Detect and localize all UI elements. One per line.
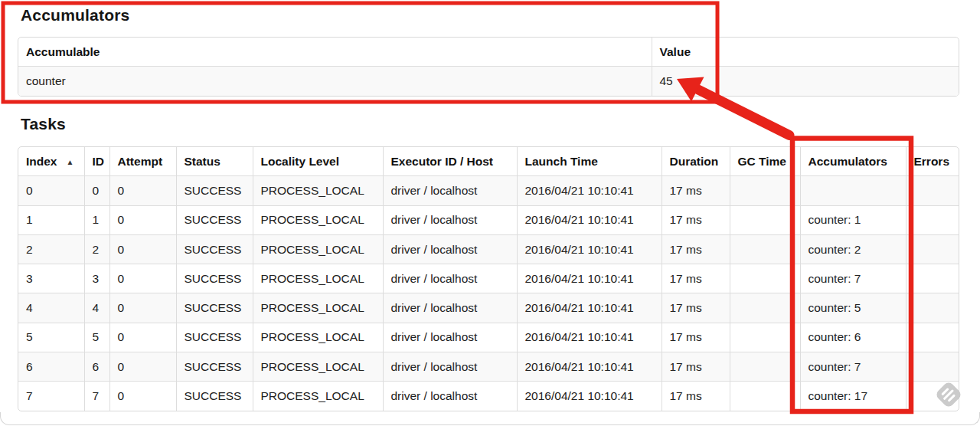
column-header-duration[interactable]: Duration — [662, 147, 730, 176]
task-row: 660SUCCESSPROCESS_LOCALdriver / localhos… — [18, 352, 959, 382]
task-cell-errors — [906, 205, 959, 234]
task-cell-accumulators: counter: 5 — [800, 293, 906, 323]
task-cell-index: 7 — [18, 382, 84, 411]
task-cell-accumulators: counter: 17 — [800, 382, 906, 411]
task-cell-status: SUCCESS — [176, 205, 253, 234]
accumulable-value-cell: 45 — [652, 67, 959, 96]
task-cell-gc-time — [730, 352, 800, 382]
task-cell-duration: 17 ms — [662, 293, 730, 323]
task-cell-attempt: 0 — [109, 264, 176, 293]
task-cell-errors — [906, 176, 959, 205]
task-cell-gc-time — [730, 293, 800, 323]
column-header-errors[interactable]: Errors — [906, 147, 959, 176]
task-cell-status: SUCCESS — [176, 293, 253, 323]
task-cell-locality-level: PROCESS_LOCAL — [253, 176, 383, 205]
task-cell-launch-time: 2016/04/21 10:10:41 — [517, 176, 662, 205]
task-cell-index: 1 — [18, 205, 84, 234]
task-cell-duration: 17 ms — [662, 264, 730, 293]
task-cell-launch-time: 2016/04/21 10:10:41 — [517, 352, 662, 382]
column-header-executor-id-host[interactable]: Executor ID / Host — [383, 147, 517, 176]
column-header-accumulable[interactable]: Accumulable — [18, 38, 652, 67]
task-cell-duration: 17 ms — [662, 176, 730, 205]
task-cell-launch-time: 2016/04/21 10:10:41 — [517, 382, 662, 411]
task-cell-index: 6 — [18, 352, 84, 382]
task-cell-executor-id-host: driver / localhost — [383, 234, 517, 264]
column-header-id[interactable]: ID — [84, 147, 109, 176]
task-cell-status: SUCCESS — [176, 176, 253, 205]
task-cell-duration: 17 ms — [662, 352, 730, 382]
task-cell-locality-level: PROCESS_LOCAL — [253, 264, 383, 293]
task-cell-duration: 17 ms — [662, 382, 730, 411]
task-cell-id: 6 — [84, 352, 109, 382]
task-cell-gc-time — [730, 205, 800, 234]
task-cell-errors — [906, 234, 959, 264]
task-cell-executor-id-host: driver / localhost — [383, 323, 517, 352]
task-cell-id: 0 — [84, 176, 109, 205]
task-cell-gc-time — [730, 234, 800, 264]
task-cell-accumulators: counter: 7 — [800, 352, 906, 382]
task-cell-errors — [906, 293, 959, 323]
task-cell-attempt: 0 — [109, 293, 176, 323]
tasks-header-row: Index▲ ID Attempt Status Locality Level … — [18, 147, 959, 176]
column-header-accumulators[interactable]: Accumulators — [800, 147, 906, 176]
column-header-attempt[interactable]: Attempt — [109, 147, 176, 176]
task-cell-attempt: 0 — [109, 323, 176, 352]
task-cell-attempt: 0 — [109, 205, 176, 234]
task-cell-launch-time: 2016/04/21 10:10:41 — [517, 323, 662, 352]
task-cell-launch-time: 2016/04/21 10:10:41 — [517, 264, 662, 293]
column-header-value[interactable]: Value — [652, 38, 959, 67]
tasks-section-heading: Tasks — [21, 114, 66, 134]
accumulator-row: counter 45 — [18, 67, 959, 96]
annotation-arrow-shaft — [698, 90, 789, 136]
task-row: 000SUCCESSPROCESS_LOCALdriver / localhos… — [18, 176, 959, 205]
task-cell-gc-time — [730, 264, 800, 293]
task-cell-attempt: 0 — [109, 234, 176, 264]
accumulators-section-heading: Accumulators — [21, 5, 129, 25]
task-cell-executor-id-host: driver / localhost — [383, 205, 517, 234]
task-cell-executor-id-host: driver / localhost — [383, 264, 517, 293]
column-header-gc-time[interactable]: GC Time — [730, 147, 800, 176]
task-cell-attempt: 0 — [109, 382, 176, 411]
spark-ui-tasks-page: Accumulators Accumulable Value counter 4… — [0, 0, 980, 426]
task-cell-id: 5 — [84, 323, 109, 352]
accumulators-table: Accumulable Value counter 45 — [18, 37, 959, 97]
task-row: 330SUCCESSPROCESS_LOCALdriver / localhos… — [18, 264, 959, 293]
task-row: 220SUCCESSPROCESS_LOCALdriver / localhos… — [18, 234, 959, 264]
task-cell-locality-level: PROCESS_LOCAL — [253, 352, 383, 382]
task-cell-locality-level: PROCESS_LOCAL — [253, 382, 383, 411]
task-cell-launch-time: 2016/04/21 10:10:41 — [517, 234, 662, 264]
task-cell-index: 4 — [18, 293, 84, 323]
task-cell-executor-id-host: driver / localhost — [383, 382, 517, 411]
task-cell-locality-level: PROCESS_LOCAL — [253, 205, 383, 234]
task-cell-errors — [906, 264, 959, 293]
column-header-locality-level[interactable]: Locality Level — [253, 147, 383, 176]
task-cell-accumulators: counter: 1 — [800, 205, 906, 234]
task-cell-locality-level: PROCESS_LOCAL — [253, 293, 383, 323]
task-cell-gc-time — [730, 323, 800, 352]
task-cell-executor-id-host: driver / localhost — [383, 293, 517, 323]
accumulable-name-cell: counter — [18, 67, 652, 96]
task-cell-index: 3 — [18, 264, 84, 293]
task-cell-id: 3 — [84, 264, 109, 293]
task-cell-accumulators — [800, 176, 906, 205]
column-header-index[interactable]: Index▲ — [18, 147, 84, 176]
task-cell-locality-level: PROCESS_LOCAL — [253, 234, 383, 264]
task-cell-duration: 17 ms — [662, 323, 730, 352]
task-cell-status: SUCCESS — [176, 323, 253, 352]
task-cell-attempt: 0 — [109, 176, 176, 205]
task-cell-status: SUCCESS — [176, 234, 253, 264]
task-row: 110SUCCESSPROCESS_LOCALdriver / localhos… — [18, 205, 959, 234]
task-cell-index: 0 — [18, 176, 84, 205]
task-cell-index: 5 — [18, 323, 84, 352]
column-header-launch-time[interactable]: Launch Time — [517, 147, 662, 176]
column-header-status[interactable]: Status — [176, 147, 253, 176]
task-cell-status: SUCCESS — [176, 382, 253, 411]
task-cell-errors — [906, 352, 959, 382]
task-cell-errors — [906, 382, 959, 411]
task-cell-id: 7 — [84, 382, 109, 411]
task-cell-accumulators: counter: 7 — [800, 264, 906, 293]
task-row: 770SUCCESSPROCESS_LOCALdriver / localhos… — [18, 382, 959, 411]
task-cell-id: 4 — [84, 293, 109, 323]
accumulators-header-row: Accumulable Value — [18, 38, 959, 67]
tasks-table: Index▲ ID Attempt Status Locality Level … — [18, 146, 959, 411]
